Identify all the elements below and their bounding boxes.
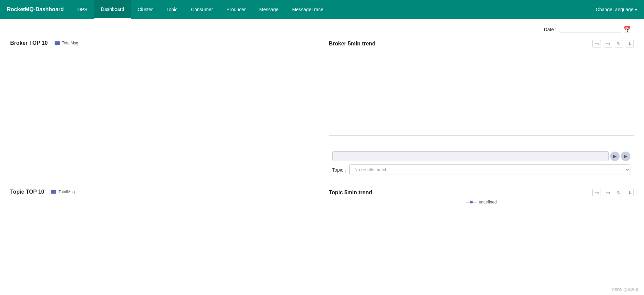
topic-top10-legend-dot bbox=[51, 190, 56, 194]
broker-trend-chart bbox=[329, 51, 634, 136]
topic-search-row: ▶ ▶ bbox=[332, 151, 631, 161]
topic-trend-legend: undefined bbox=[329, 200, 634, 204]
section-divider bbox=[10, 182, 634, 182]
date-input-wrap bbox=[560, 26, 621, 33]
navbar: RocketMQ-Dashboard OPS Dashboard Cluster… bbox=[0, 0, 644, 19]
broker-top10-legend-label: TotalMsg bbox=[62, 41, 78, 45]
broker-trend-icons: ▭ ▭ ↻ ⬇ bbox=[592, 40, 634, 47]
topic-top10-title: Topic TOP 10 bbox=[10, 189, 44, 195]
broker-top10-header: Broker TOP 10 TotalMsg bbox=[10, 40, 315, 46]
topic-trend-legend-line-icon bbox=[466, 200, 477, 204]
broker-top10-chart bbox=[10, 50, 315, 134]
topic-search-input[interactable] bbox=[332, 151, 609, 161]
nav-item-message[interactable]: Message bbox=[253, 0, 286, 19]
date-label: Date : bbox=[544, 27, 557, 32]
broker-top10-legend-dot bbox=[55, 41, 60, 45]
topic-search-buttons: ▶ ▶ bbox=[610, 152, 630, 161]
nav-spacer bbox=[330, 0, 589, 19]
footer-text: CSDN @朱友觉 bbox=[612, 288, 639, 292]
nav-item-topic[interactable]: Topic bbox=[159, 0, 184, 19]
svg-point-1 bbox=[470, 201, 473, 203]
topic-select-label: Topic : bbox=[332, 167, 346, 173]
broker-trend-icon-refresh[interactable]: ↻ bbox=[615, 40, 623, 47]
nav-item-consumer[interactable]: Consumer bbox=[184, 0, 220, 19]
bottom-section: Topic TOP 10 TotalMsg Topic 5min trend ▭… bbox=[10, 189, 634, 295]
nav-language-btn[interactable]: ChangeLanguage ▾ bbox=[589, 0, 644, 19]
nav-item-ops[interactable]: OPS bbox=[71, 0, 94, 19]
nav-brand: RocketMQ-Dashboard bbox=[0, 0, 71, 19]
topic-top10-section: Topic TOP 10 TotalMsg bbox=[10, 189, 315, 289]
topic-filter: ▶ ▶ Topic : No results match bbox=[329, 148, 634, 178]
broker-trend-icon-window[interactable]: ▭ bbox=[604, 40, 612, 47]
topic-top10-legend-label: TotalMsg bbox=[58, 190, 75, 194]
broker-trend-title: Broker 5min trend bbox=[329, 41, 376, 47]
topic-trend-title: Topic 5min trend bbox=[329, 190, 372, 196]
nav-item-messagetrace[interactable]: MessageTrace bbox=[285, 0, 330, 19]
footer: CSDN @朱友觉 bbox=[612, 287, 639, 292]
nav-item-producer[interactable]: Producer bbox=[220, 0, 253, 19]
date-row: Date : 📅 bbox=[10, 26, 634, 33]
broker-trend-icon-expand[interactable]: ▭ bbox=[592, 40, 601, 47]
topic-search-btn-2[interactable]: ▶ bbox=[621, 152, 630, 161]
topic-trend-icon-download[interactable]: ⬇ bbox=[626, 189, 634, 196]
topic-top10-header: Topic TOP 10 TotalMsg bbox=[10, 189, 315, 195]
topic-select-row: Topic : No results match bbox=[332, 164, 631, 175]
calendar-icon[interactable]: 📅 bbox=[623, 26, 630, 33]
topic-trend-section: Topic 5min trend ▭ ▭ ↻ ⬇ undefined bbox=[329, 189, 634, 289]
date-input[interactable] bbox=[560, 26, 614, 31]
broker-trend-header: Broker 5min trend ▭ ▭ ↻ ⬇ bbox=[329, 40, 634, 47]
broker-top10-section: Broker TOP 10 TotalMsg bbox=[10, 40, 315, 136]
broker-trend-icon-download[interactable]: ⬇ bbox=[626, 40, 634, 47]
topic-top10-legend: TotalMsg bbox=[51, 190, 75, 194]
topic-search-btn-1[interactable]: ▶ bbox=[610, 152, 620, 161]
topic-select[interactable]: No results match bbox=[349, 164, 630, 175]
nav-item-dashboard[interactable]: Dashboard bbox=[94, 0, 131, 19]
broker-trend-section: Broker 5min trend ▭ ▭ ↻ ⬇ bbox=[329, 40, 634, 136]
topic-trend-icon-expand[interactable]: ▭ bbox=[592, 189, 601, 196]
left-spacer bbox=[10, 142, 315, 178]
topic-trend-icon-refresh[interactable]: ↻ bbox=[615, 189, 623, 196]
broker-top10-legend: TotalMsg bbox=[55, 41, 78, 45]
top-section: Broker TOP 10 TotalMsg Broker 5min trend… bbox=[10, 40, 634, 142]
main-content: Date : 📅 Broker TOP 10 TotalMsg Broker 5… bbox=[0, 19, 644, 295]
topic-top10-chart bbox=[10, 198, 315, 283]
topic-trend-legend-label: undefined bbox=[479, 200, 497, 204]
nav-item-cluster[interactable]: Cluster bbox=[131, 0, 159, 19]
topic-trend-chart bbox=[329, 204, 634, 289]
broker-top10-title: Broker TOP 10 bbox=[10, 40, 48, 46]
topic-trend-header: Topic 5min trend ▭ ▭ ↻ ⬇ bbox=[329, 189, 634, 196]
topic-trend-icons: ▭ ▭ ↻ ⬇ bbox=[592, 189, 634, 196]
filter-row: ▶ ▶ Topic : No results match bbox=[10, 142, 634, 178]
topic-trend-icon-window[interactable]: ▭ bbox=[604, 189, 612, 196]
